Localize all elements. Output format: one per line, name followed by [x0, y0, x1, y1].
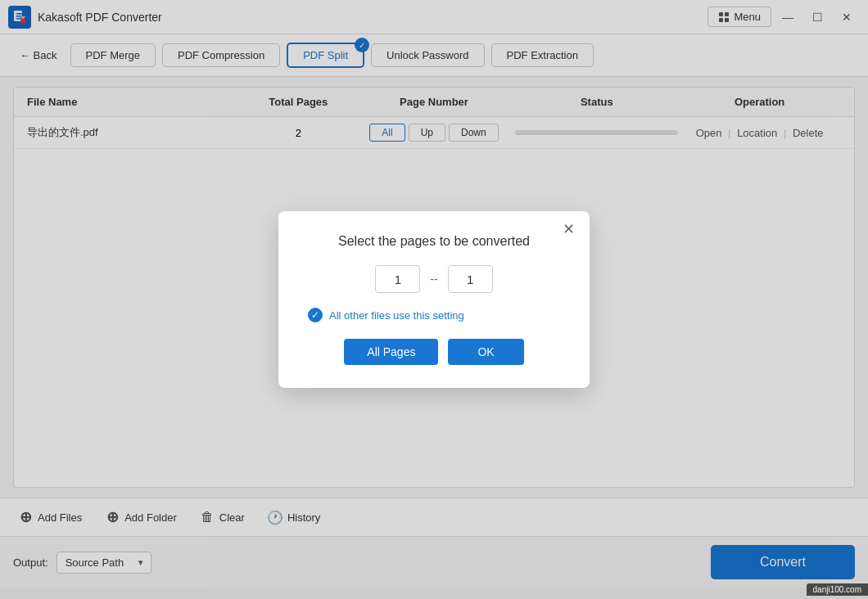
modal-title: Select the pages to be converted	[308, 234, 560, 249]
start-page-input[interactable]	[375, 265, 420, 293]
page-range: --	[308, 265, 560, 293]
modal-dialog: ✕ Select the pages to be converted -- ✓ …	[278, 211, 590, 388]
watermark: danji100.com	[807, 583, 868, 596]
ok-button[interactable]: OK	[448, 339, 523, 365]
modal-buttons: All Pages OK	[308, 339, 560, 365]
modal-close-button[interactable]: ✕	[558, 219, 578, 239]
all-pages-button[interactable]: All Pages	[344, 339, 438, 365]
checkbox-label: All other files use this setting	[329, 309, 464, 322]
checkbox-checked-icon: ✓	[308, 308, 323, 322]
page-dash: --	[430, 272, 437, 286]
end-page-input[interactable]	[448, 265, 493, 293]
checkbox-row: ✓ All other files use this setting	[308, 308, 560, 322]
modal-overlay: ✕ Select the pages to be converted -- ✓ …	[0, 0, 868, 599]
